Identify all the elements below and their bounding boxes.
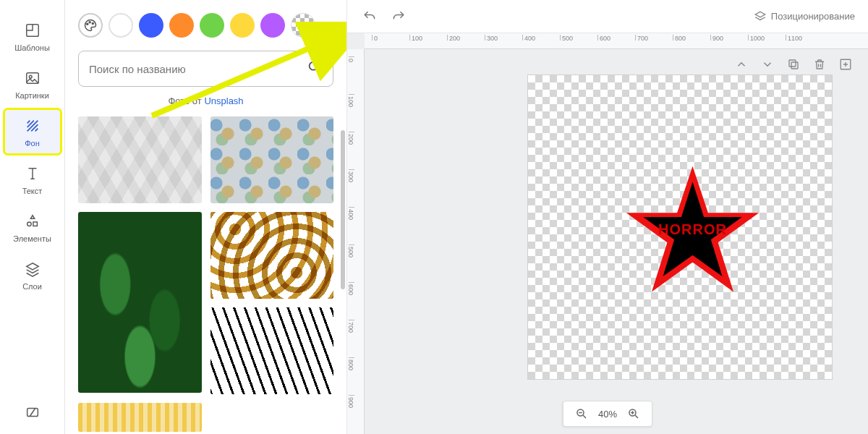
- nav-label: Текст: [22, 187, 43, 195]
- ruler-tick: 1000: [748, 35, 765, 41]
- ruler-tick: 400: [522, 35, 535, 41]
- swatch-white[interactable]: [109, 13, 133, 38]
- palette-icon: [83, 18, 98, 33]
- images-icon: [24, 69, 41, 87]
- credit-prefix: Фото от: [168, 95, 204, 106]
- zoom-in-button[interactable]: [624, 404, 643, 423]
- svg-point-2: [29, 75, 32, 78]
- zoom-control: 40%: [563, 401, 652, 427]
- ruler-tick: 600: [597, 35, 610, 41]
- nav-label: Фон: [25, 139, 40, 148]
- bg-thumb[interactable]: [78, 116, 202, 203]
- swatch-green[interactable]: [200, 13, 224, 38]
- ruler-tick: 200: [349, 132, 354, 145]
- undo-button[interactable]: [360, 7, 379, 26]
- svg-point-7: [89, 22, 90, 23]
- text-icon: [24, 165, 41, 182]
- bg-thumb[interactable]: [210, 307, 334, 394]
- templates-icon: [24, 22, 41, 39]
- elements-icon: [24, 213, 41, 230]
- ruler-tick: 300: [485, 35, 498, 41]
- bg-thumb[interactable]: [78, 403, 202, 432]
- nav-text[interactable]: Текст: [5, 158, 60, 201]
- swatch-purple[interactable]: [260, 13, 285, 38]
- bg-thumb[interactable]: [210, 116, 334, 203]
- swatch-orange[interactable]: [169, 13, 194, 38]
- ruler-tick: 0: [372, 35, 378, 41]
- nav-label: Шаблоны: [14, 43, 50, 52]
- swatch-blue[interactable]: [139, 13, 163, 38]
- redo-button[interactable]: [389, 7, 408, 26]
- ruler-tick: 700: [349, 320, 354, 333]
- ruler-horizontal: 0 100 200 300 400 500 600 700 800 900 10…: [365, 33, 868, 49]
- svg-point-8: [92, 23, 93, 25]
- canvas-area: Позиционирование ‹ 0 100 200 300 400 500…: [347, 0, 868, 434]
- ruler-tick: 500: [560, 35, 573, 41]
- ruler-tick: 500: [349, 244, 354, 258]
- color-picker-swatch[interactable]: [78, 13, 103, 38]
- bg-thumb[interactable]: [210, 212, 334, 299]
- nav-templates[interactable]: Шаблоны: [5, 14, 60, 58]
- positioning-button[interactable]: Позиционирование: [754, 10, 855, 23]
- nav-layers[interactable]: Слои: [5, 253, 60, 297]
- positioning-label: Позиционирование: [771, 11, 855, 22]
- svg-rect-11: [791, 62, 798, 69]
- background-icon: [24, 117, 41, 135]
- workspace[interactable]: ‹ 0 100 200 300 400 500 600 700 800 900 …: [347, 33, 868, 434]
- ruler-tick: 600: [349, 282, 354, 295]
- zoom-out-button[interactable]: [572, 404, 591, 423]
- nav-more[interactable]: [5, 396, 60, 427]
- ruler-tick: 200: [447, 35, 460, 41]
- photo-credit: Фото от Unsplash: [78, 95, 333, 106]
- star-object[interactable]: HORROR: [622, 162, 763, 303]
- nav-label: Элементы: [13, 234, 51, 243]
- ruler-tick: 1100: [786, 35, 802, 41]
- svg-rect-12: [789, 60, 796, 67]
- top-toolbar: Позиционирование: [347, 0, 868, 33]
- ruler-tick: 300: [349, 169, 354, 182]
- add-button[interactable]: [836, 55, 855, 74]
- nav-background[interactable]: Фон: [5, 110, 60, 153]
- nav-images[interactable]: Картинки: [5, 62, 60, 106]
- nav-label: Картинки: [15, 91, 49, 100]
- search-icon[interactable]: [307, 59, 323, 78]
- color-swatch-row: [78, 13, 333, 38]
- artboard[interactable]: HORROR: [528, 75, 832, 379]
- svg-point-3: [27, 222, 31, 226]
- layers-icon: [754, 10, 767, 23]
- credit-link[interactable]: Unsplash: [204, 95, 243, 106]
- layers-icon: [24, 260, 41, 278]
- background-thumbnails: [78, 116, 333, 432]
- zoom-value: 40%: [598, 409, 617, 420]
- svg-point-9: [310, 62, 318, 70]
- search-field-wrap: [78, 51, 333, 87]
- resize-icon: [24, 404, 41, 421]
- ruler-tick: 0: [349, 56, 354, 62]
- bg-thumb[interactable]: [78, 212, 202, 393]
- ruler-tick: 400: [349, 207, 354, 220]
- ruler-tick: 900: [349, 395, 354, 408]
- ruler-tick: 100: [409, 35, 422, 41]
- swatch-transparent[interactable]: [291, 13, 315, 38]
- swatch-yellow[interactable]: [230, 13, 255, 38]
- object-toolbar: [732, 55, 855, 74]
- move-up-button[interactable]: [732, 55, 751, 74]
- nav-sidebar: Шаблоны Картинки Фон Текст Элементы Слои: [0, 0, 65, 434]
- background-panel: Фото от Unsplash: [65, 0, 347, 434]
- nav-label: Слои: [22, 282, 42, 291]
- svg-rect-4: [33, 222, 36, 226]
- ruler-tick: 100: [349, 94, 354, 107]
- ruler-vertical: 0 100 200 300 400 500 600 700 800 900: [347, 49, 365, 434]
- ruler-tick: 800: [349, 357, 354, 370]
- star-text: HORROR: [622, 221, 763, 238]
- search-input[interactable]: [89, 63, 307, 75]
- svg-point-6: [87, 23, 88, 25]
- move-down-button[interactable]: [758, 55, 777, 74]
- nav-elements[interactable]: Элементы: [5, 205, 60, 249]
- ruler-tick: 700: [635, 35, 648, 41]
- duplicate-button[interactable]: [784, 55, 803, 74]
- ruler-tick: 800: [673, 35, 686, 41]
- delete-button[interactable]: [810, 55, 829, 74]
- ruler-tick: 900: [710, 35, 723, 41]
